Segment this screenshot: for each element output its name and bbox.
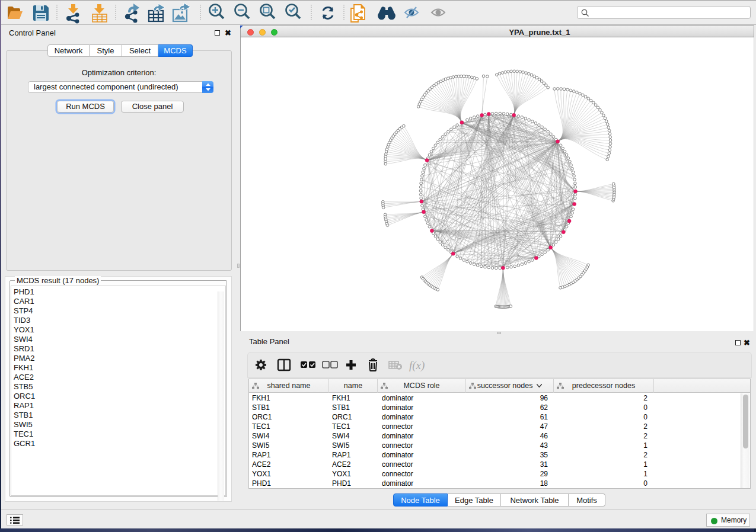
svg-text:f(x): f(x) bbox=[409, 359, 425, 372]
